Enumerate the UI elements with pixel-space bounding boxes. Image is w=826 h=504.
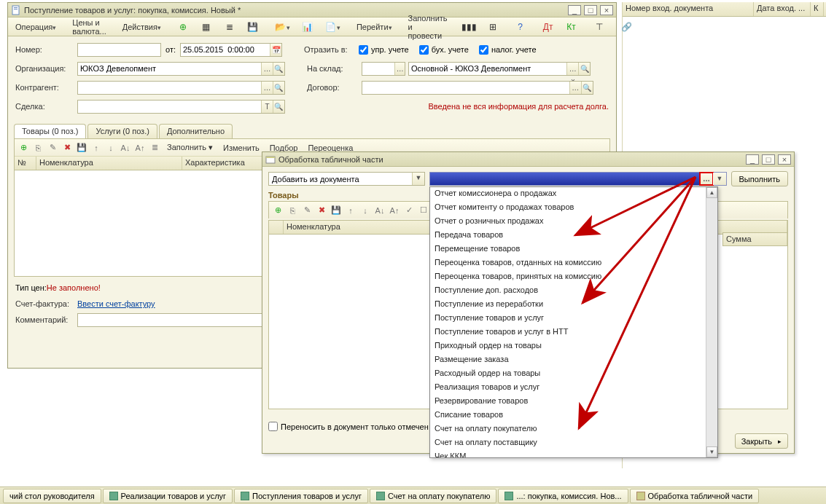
- dropdown-item[interactable]: Резервирование товаров: [430, 395, 717, 409]
- cp-search-icon[interactable]: 🔍: [273, 82, 284, 94]
- task-modal[interactable]: Обработка табличной части: [630, 489, 760, 503]
- mini-add-icon[interactable]: ⊕: [17, 141, 30, 154]
- dropdown-item[interactable]: Реализация товаров и услуг: [430, 381, 717, 395]
- m-check-icon[interactable]: ✓: [402, 204, 416, 217]
- transfer-checkbox[interactable]: [268, 422, 278, 431]
- modal-min-button[interactable]: _: [746, 154, 759, 165]
- modal-max-button[interactable]: □: [762, 154, 775, 165]
- close-button[interactable]: Закрыть ▸: [735, 433, 788, 449]
- add-from-combo[interactable]: Добавить из документа ▼: [268, 172, 425, 186]
- task-sales[interactable]: Реализации товаров и услуг: [103, 489, 233, 503]
- deal-field[interactable]: T🔍: [77, 100, 285, 114]
- dropdown-item[interactable]: Переоценка товаров, отданных на комиссию: [430, 256, 717, 270]
- tb-grid-icon[interactable]: ⊞: [482, 20, 504, 34]
- tb-barcode-icon[interactable]: ▮▮▮: [459, 20, 480, 34]
- run-button[interactable]: Выполнить: [731, 171, 788, 186]
- m-down-icon[interactable]: ↓: [359, 204, 372, 217]
- goto-menu[interactable]: Перейти: [351, 20, 397, 34]
- dropdown-item[interactable]: Размещение заказа: [430, 353, 717, 367]
- chevron-down-icon[interactable]: ▼: [713, 173, 726, 185]
- m-up-icon[interactable]: ↑: [344, 204, 357, 217]
- task-desktop[interactable]: чий стол руководителя: [3, 489, 101, 503]
- mini-sort1-icon[interactable]: A↓: [119, 141, 132, 154]
- deal-t-icon[interactable]: T: [261, 101, 273, 113]
- dropdown-item[interactable]: Отчет комитенту о продажах товаров: [430, 201, 717, 215]
- dropdown-scrollbar[interactable]: ▲ ▼: [706, 187, 717, 457]
- tab-extra[interactable]: Дополнительно: [159, 124, 233, 138]
- org-search-icon[interactable]: 🔍: [273, 63, 284, 75]
- select-button[interactable]: Подбор: [265, 143, 303, 152]
- dropdown-item[interactable]: Приходный ордер на товары: [430, 339, 717, 353]
- dropdown-item[interactable]: Перемещение товаров: [430, 243, 717, 256]
- tb-t-icon[interactable]: ⊤: [588, 20, 610, 34]
- m-sort1-icon[interactable]: A↓: [373, 204, 386, 217]
- dropdown-item[interactable]: Чек ККМ: [430, 450, 717, 458]
- scroll-up-icon[interactable]: ▲: [706, 187, 717, 198]
- m-sort2-icon[interactable]: A↑: [388, 204, 401, 217]
- revalue-button[interactable]: Переоценка: [303, 143, 357, 152]
- number-field[interactable]: [77, 43, 161, 57]
- fill-menu[interactable]: Заполнить ▾: [163, 143, 217, 152]
- mcol-sum[interactable]: Сумма: [723, 233, 787, 245]
- org-choose-icon[interactable]: …: [261, 63, 273, 75]
- mini-down-icon[interactable]: ↓: [104, 141, 117, 154]
- wh-choose-icon[interactable]: …: [394, 63, 405, 75]
- tb-doc-icon[interactable]: 📄: [320, 20, 346, 34]
- invoice-link[interactable]: Ввести счет-фактуру: [77, 299, 155, 308]
- date-field[interactable]: 📅: [180, 43, 282, 57]
- dropdown-item[interactable]: Поступление товаров и услуг в НТТ: [430, 326, 717, 339]
- cp-choose-icon[interactable]: …: [261, 82, 273, 94]
- m-add-icon[interactable]: ⊕: [271, 204, 284, 217]
- dropdown-item[interactable]: Отчет комиссионера о продажах: [430, 187, 717, 201]
- calendar-icon[interactable]: 📅: [270, 44, 281, 56]
- tab-goods[interactable]: Товары (0 поз.): [14, 124, 86, 138]
- dropdown-item[interactable]: Поступление товаров и услуг: [430, 312, 717, 326]
- mini-del-icon[interactable]: ✖: [61, 141, 74, 154]
- m-uncheck-icon[interactable]: ☐: [417, 204, 430, 217]
- maximize-button[interactable]: □: [584, 5, 597, 15]
- chk-buh[interactable]: [419, 45, 429, 55]
- wh-search-icon[interactable]: 🔍: [578, 63, 590, 75]
- ct-search-icon[interactable]: 🔍: [581, 82, 593, 94]
- mini-up-icon[interactable]: ↑: [90, 141, 103, 154]
- chevron-down-icon[interactable]: ▼: [412, 173, 424, 185]
- chk-upr[interactable]: [359, 45, 368, 55]
- tb-link-icon[interactable]: 🔗: [616, 20, 638, 34]
- col-inbound-date[interactable]: Дата вход. ...: [754, 2, 811, 16]
- tb-list-icon[interactable]: ≣: [219, 20, 241, 34]
- m-save-icon[interactable]: 💾: [330, 204, 343, 217]
- dropdown-item[interactable]: Счет на оплату поставщику: [430, 436, 717, 450]
- contract-field[interactable]: …🔍: [362, 81, 593, 95]
- mini-list-icon[interactable]: ≣: [148, 141, 161, 154]
- doc-type-dropdown[interactable]: Отчет комиссионера о продажахОтчет комит…: [429, 186, 718, 458]
- tb-dk1-icon[interactable]: Дт: [537, 20, 559, 34]
- tb-folder-icon[interactable]: 📂: [270, 20, 295, 34]
- tb-save-icon[interactable]: 💾: [242, 20, 264, 34]
- doc-select-field[interactable]: … ▼: [429, 172, 727, 186]
- minimize-button[interactable]: _: [568, 5, 581, 15]
- actions-menu[interactable]: Действия: [117, 20, 166, 34]
- mini-copy-icon[interactable]: ⎘: [31, 141, 44, 154]
- close-button[interactable]: ×: [600, 5, 613, 15]
- mini-sort2-icon[interactable]: A↑: [133, 141, 147, 154]
- m-edit-icon[interactable]: ✎: [300, 204, 313, 217]
- tb-dk2-icon[interactable]: Кт: [561, 20, 583, 34]
- org-field[interactable]: … 🔍: [77, 62, 285, 76]
- main-titlebar[interactable]: Поступление товаров и услуг: покупка, ко…: [8, 3, 616, 17]
- col-inbound-num[interactable]: Номер вход. документа: [623, 2, 754, 16]
- tb-add-icon[interactable]: ⊕: [172, 20, 194, 34]
- cp-field[interactable]: …🔍: [77, 81, 285, 95]
- task-invoice[interactable]: Счет на оплату покупателю: [370, 489, 496, 503]
- ct-choose-icon[interactable]: …: [569, 82, 581, 94]
- task-current[interactable]: ...: покупка, комиссия. Нов...: [498, 489, 628, 503]
- mcol-check[interactable]: [269, 221, 284, 234]
- col-n[interactable]: №: [15, 157, 36, 170]
- scroll-down-icon[interactable]: ▼: [706, 446, 717, 457]
- mini-save-icon[interactable]: 💾: [75, 141, 88, 154]
- dropdown-item[interactable]: Отчет о розничных продажах: [430, 215, 717, 229]
- tb-report-icon[interactable]: 📊: [297, 20, 319, 34]
- change-button[interactable]: Изменить: [219, 143, 264, 152]
- dropdown-item[interactable]: Поступление из переработки: [430, 298, 717, 312]
- dropdown-item[interactable]: Списание товаров: [430, 409, 717, 422]
- tb-sheet-icon[interactable]: ▦: [195, 20, 217, 34]
